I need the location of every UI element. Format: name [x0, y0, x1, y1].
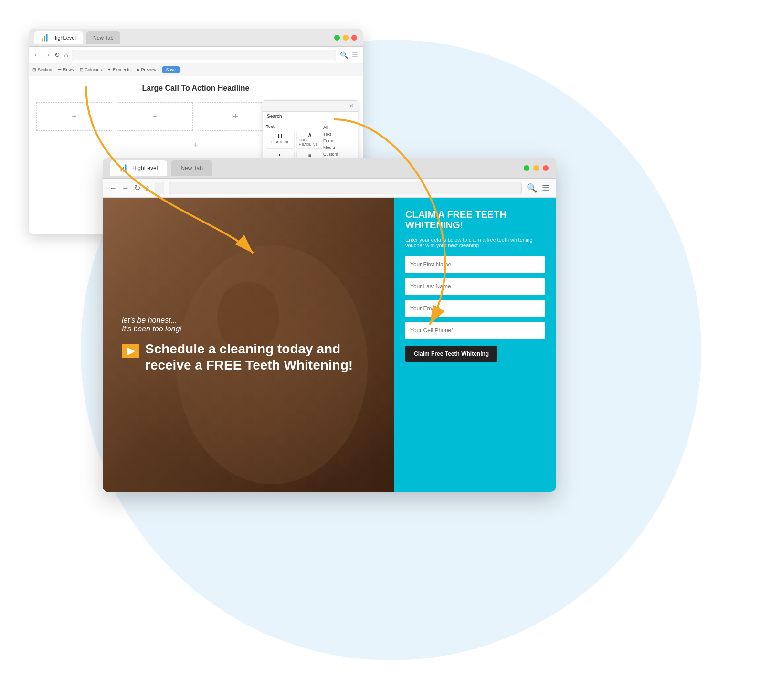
form-submit-btn[interactable]: Claim Free Teeth Whitening: [405, 346, 497, 362]
win-dot-green-back[interactable]: [334, 35, 340, 41]
svg-rect-5: [125, 164, 127, 171]
ep-search[interactable]: Search: [263, 112, 358, 121]
address-bar-front[interactable]: [169, 182, 522, 194]
form-description: Enter your details below to claim a free…: [405, 237, 545, 248]
nav-search-icon[interactable]: 🔍: [340, 51, 348, 59]
ep-close-btn[interactable]: ✕: [349, 103, 354, 109]
highlevel-logo-icon: [41, 33, 50, 42]
ep-sidebar-media[interactable]: Media: [323, 144, 355, 151]
page-headline: Large Call To Action Headline: [142, 84, 250, 93]
tab-newtab-back[interactable]: New Tab: [86, 31, 120, 44]
landing-main-text: Schedule a cleaning today and receive a …: [145, 341, 375, 373]
svg-rect-3: [121, 169, 122, 171]
nav-search-icon-front[interactable]: 🔍: [527, 183, 537, 193]
win-dot-red-front[interactable]: [543, 165, 549, 171]
chrome-bar-front: HighLevel New Tab: [103, 158, 556, 179]
ep-item-subheadline[interactable]: A SUB-HEADLINE: [296, 131, 324, 149]
form-phone[interactable]: [405, 322, 545, 339]
nav-menu-icon[interactable]: ☰: [352, 51, 358, 59]
form-first-name[interactable]: [405, 256, 545, 273]
landing-page: let's be honest... It's been too long! ▶…: [103, 198, 556, 492]
nav-home-btn-front[interactable]: ⌂: [145, 184, 150, 192]
builder-col-1[interactable]: +: [36, 102, 112, 131]
window-controls-front: [524, 165, 549, 171]
address-bar-back[interactable]: [72, 50, 336, 60]
toolbar-save-btn[interactable]: Save: [162, 66, 180, 73]
nav-back-btn[interactable]: ←: [33, 51, 40, 59]
win-dot-red-back[interactable]: [351, 35, 357, 41]
arrow-indicator: ▶: [122, 344, 139, 358]
highlevel-logo-front: [120, 164, 128, 172]
window-controls-back: [334, 35, 357, 41]
headline-icon: H: [277, 133, 283, 140]
tab-label-back: HighLevel: [53, 35, 76, 41]
builder-add-row[interactable]: +: [190, 137, 202, 154]
win-dot-yellow-back[interactable]: [343, 35, 349, 41]
nav-forward-btn[interactable]: →: [44, 51, 51, 59]
arrow-text-group: ▶ Schedule a cleaning today and receive …: [122, 341, 375, 373]
nav-menu-icon-front[interactable]: ☰: [542, 183, 550, 193]
ep-sidebar-all[interactable]: All: [323, 124, 355, 131]
svg-rect-1: [44, 36, 45, 42]
page-icon-front: [155, 182, 164, 194]
browser-window-front: HighLevel New Tab ← → ↻ ⌂ 🔍 ☰: [103, 158, 556, 492]
ep-sidebar-form[interactable]: Form: [323, 138, 355, 144]
form-email[interactable]: [405, 300, 545, 317]
nav-back-btn-front[interactable]: ←: [109, 184, 117, 192]
landing-form-section: CLAIM A FREE TEETH WHITENING! Enter your…: [394, 198, 556, 492]
nav-refresh-btn[interactable]: ↻: [54, 51, 60, 59]
svg-rect-2: [46, 34, 48, 41]
form-last-name[interactable]: [405, 278, 545, 295]
subheadline-icon: A: [308, 133, 312, 138]
ep-item-headline[interactable]: H HEADLINE: [266, 131, 295, 149]
tab-hl-label-front: HighLevel: [132, 165, 158, 171]
landing-left: let's be honest... It's been too long! ▶…: [103, 198, 394, 492]
tab-highlevel-front[interactable]: HighLevel: [110, 160, 167, 176]
form-title: CLAIM A FREE TEETH WHITENING!: [405, 209, 545, 230]
toolbar-section[interactable]: ⊞ Section: [32, 67, 52, 72]
svg-rect-4: [123, 167, 124, 172]
nav-bar-front: ← → ↻ ⌂ 🔍 ☰: [103, 179, 556, 198]
toolbar-rows[interactable]: ☰ Rows: [58, 67, 74, 72]
nav-refresh-btn-front[interactable]: ↻: [134, 183, 140, 192]
builder-col-2[interactable]: +: [117, 102, 193, 131]
toolbar-columns[interactable]: ⊟ Columns: [80, 67, 102, 72]
landing-tagline: let's be honest... It's been too long!: [122, 316, 375, 333]
tab-newtab-front[interactable]: New Tab: [171, 160, 212, 176]
ep-sidebar-custom[interactable]: Custom: [323, 151, 355, 158]
ep-category-text: Text: [266, 124, 317, 129]
win-dot-green-front[interactable]: [524, 165, 529, 171]
tab-highlevel-back[interactable]: HighLevel: [34, 31, 83, 44]
ep-sidebar-text[interactable]: Text: [323, 131, 355, 138]
ep-header: ✕: [263, 101, 358, 112]
builder-toolbar: ⊞ Section ☰ Rows ⊟ Columns ✦ Elements ▶ …: [29, 63, 363, 76]
nav-home-btn[interactable]: ⌂: [64, 51, 68, 59]
nav-forward-btn-front[interactable]: →: [122, 184, 129, 192]
win-dot-yellow-front[interactable]: [533, 165, 539, 171]
svg-rect-0: [42, 38, 43, 41]
toolbar-preview[interactable]: ▶ Preview: [137, 67, 157, 72]
toolbar-elements[interactable]: ✦ Elements: [107, 67, 131, 72]
nav-bar-back: ← → ↻ ⌂ 🔍 ☰: [29, 47, 363, 63]
chrome-bar-back: HighLevel New Tab: [29, 29, 363, 47]
